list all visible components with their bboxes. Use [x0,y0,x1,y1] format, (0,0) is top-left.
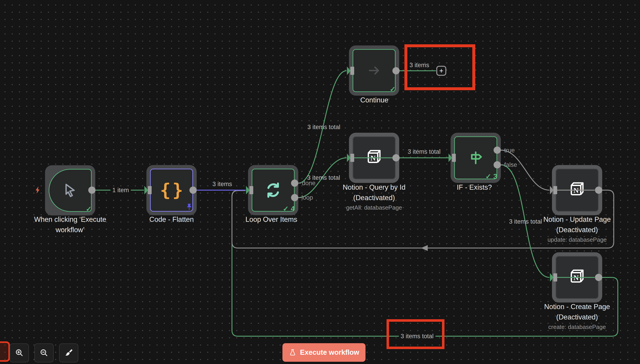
success-check-icon: ✓3 [485,172,497,181]
node-notion-create-body: N [556,256,598,299]
node-subtitle: getAll: databasePage [343,203,405,212]
node-status: (Deactivated) [343,193,405,203]
pin-icon [186,204,193,212]
node-subtitle: update: databasePage [543,235,611,244]
node-title-query: Notion - Query by Id (Deactivated) getAl… [343,182,405,212]
node-notion-update[interactable]: N [552,165,602,215]
run-count: 4 [291,205,295,213]
node-loop-over-items[interactable]: ✓4 [248,165,298,215]
node-notion-create[interactable]: N [552,252,602,302]
edge-label-if-false-create: 3 items total [509,218,542,225]
node-notion-query[interactable]: N [349,133,399,183]
tidy-up-button[interactable] [59,344,78,362]
svg-text:N: N [371,154,376,162]
edge-label-query-if: 3 items total [408,148,441,155]
annotation-rect-left-clipped [0,342,10,362]
loop-refresh-icon [264,181,282,200]
annotation-rect-bottom [387,319,444,349]
node-manual-trigger-body [49,169,92,212]
zoom-in-icon [15,348,24,358]
node-title-loop: Loop Over Items [245,214,297,225]
port-label-done: done [302,180,315,187]
edge-arrow-left-icon [421,245,428,251]
node-title-continue: Continue [360,95,388,105]
node-continue[interactable]: ✓ [349,46,399,96]
node-status: (Deactivated) [543,225,611,235]
node-notion-query-body: N [353,136,396,179]
port-label-false: false [504,162,517,168]
zoom-in-button[interactable] [10,344,29,362]
node-title-code: Code - Flatten [149,214,194,225]
edge-label-code-loop: 3 items [212,181,232,188]
success-check-icon: ✓4 [283,204,295,213]
node-notion-update-body: N [556,169,598,212]
port-label-true: true [504,147,515,154]
svg-text:N: N [573,186,579,194]
notion-icon: N [567,268,587,287]
node-title-trigger: When clicking ‘Execute workflow’ [26,214,114,235]
node-status: (Deactivated) [544,312,610,322]
success-check-icon: ✓ [390,85,396,93]
execute-workflow-label: Execute workflow [300,348,359,356]
node-subtitle: create: databasePage [544,322,610,332]
node-title-update: Notion - Update Page (Deactivated) updat… [543,214,611,244]
node-code-flatten[interactable]: {} [146,165,197,215]
arrow-right-icon [367,63,381,78]
cursor-icon [62,182,78,198]
zoom-out-icon [39,348,49,358]
signpost-icon [467,149,485,167]
edge-label-done-continue: 3 items total [307,124,340,131]
code-braces-icon: {} [160,180,185,200]
svg-text:N: N [573,274,579,282]
node-title-if: IF - Exists? [457,182,492,193]
node-manual-trigger[interactable]: ✓ [45,165,95,216]
broom-icon [64,348,74,358]
annotation-rect-top [404,44,475,90]
zoom-out-button[interactable] [34,344,54,362]
notion-icon: N [364,148,384,168]
execute-workflow-button[interactable]: Execute workflow [282,343,366,362]
node-title-create: Notion - Create Page (Deactivated) creat… [544,302,610,332]
node-continue-body [353,49,396,92]
port-label-loop: loop [301,194,313,201]
success-check-icon: ✓ [86,205,92,213]
notion-icon: N [567,180,587,200]
run-count: 3 [493,172,497,181]
node-if-exists[interactable]: ✓3 [451,133,501,183]
edge-label-trigger-code: 1 item [110,186,131,194]
flask-icon [289,349,296,356]
workflow-canvas[interactable]: ✓ {} ✓4 [0,0,640,364]
edge-if-true-update [501,150,549,190]
trigger-bolt-icon [34,186,42,194]
